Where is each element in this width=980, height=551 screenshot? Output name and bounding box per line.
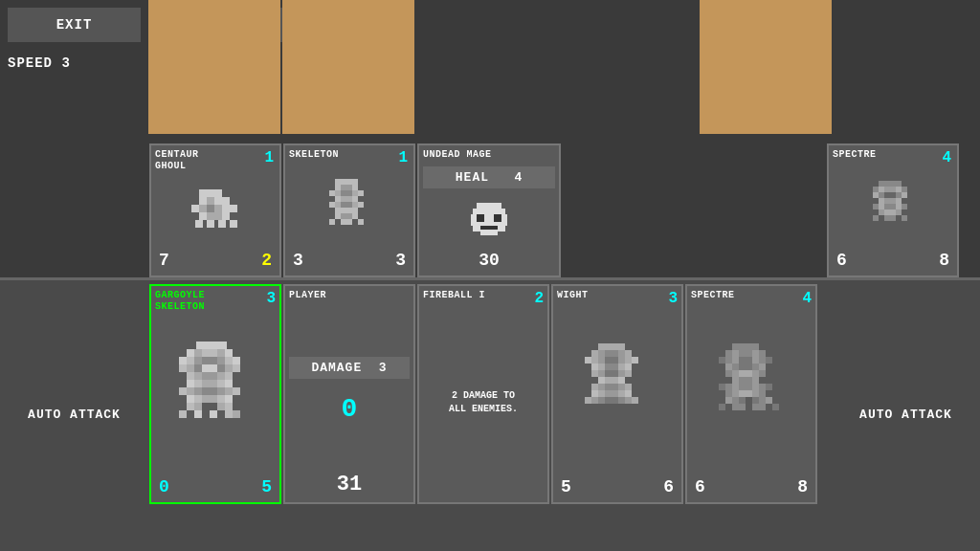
svg-rect-48	[346, 208, 352, 213]
svg-rect-118	[233, 357, 240, 364]
skeleton-stats: 3 3	[289, 249, 410, 272]
svg-rect-67	[879, 181, 884, 187]
player-name: PLAYER	[289, 290, 410, 301]
bottom-card-spectre[interactable]: SPECTRE 4	[685, 284, 817, 504]
svg-rect-112	[187, 357, 194, 364]
svg-rect-94	[884, 209, 890, 215]
top-card-undead-mage[interactable]: UNDEAD MAGE HEAL 4	[417, 143, 561, 277]
fireball-desc: 2 DAMAGE TOALL ENEMIES.	[449, 389, 518, 416]
svg-rect-221	[732, 350, 739, 357]
svg-rect-203	[598, 390, 605, 397]
svg-rect-68	[884, 181, 890, 187]
svg-rect-264	[725, 397, 732, 404]
centaur-ghoul-stat-left: 7	[159, 251, 169, 270]
svg-rect-225	[759, 350, 766, 357]
svg-rect-52	[346, 213, 352, 219]
svg-rect-76	[902, 187, 907, 192]
svg-rect-169	[612, 350, 618, 357]
player-stats: 31	[289, 471, 410, 498]
svg-rect-27	[341, 185, 346, 190]
svg-rect-77	[873, 192, 879, 198]
svg-rect-37	[341, 196, 346, 202]
svg-rect-98	[884, 215, 890, 221]
top-area: EXIT SPEED 3 CENTAURGHOUL 1	[0, 0, 980, 277]
svg-rect-150	[210, 395, 217, 403]
svg-rect-232	[759, 357, 766, 364]
svg-rect-5	[207, 197, 214, 205]
svg-rect-163	[605, 343, 612, 350]
centaur-ghoul-image	[155, 172, 276, 249]
svg-rect-142	[202, 387, 210, 395]
svg-rect-8	[191, 205, 199, 212]
svg-rect-171	[625, 350, 632, 357]
svg-rect-87	[873, 204, 879, 209]
bottom-card-player[interactable]: PLAYER DAMAGE 3 0 31	[283, 284, 415, 504]
svg-rect-168	[605, 350, 612, 357]
svg-rect-226	[719, 357, 725, 364]
svg-rect-90	[890, 204, 896, 209]
svg-rect-275	[772, 404, 779, 410]
top-spectre-stat-right: 8	[939, 251, 949, 270]
svg-rect-110	[225, 349, 233, 357]
svg-rect-190	[618, 370, 625, 377]
svg-rect-170	[618, 350, 625, 357]
svg-rect-258	[725, 390, 732, 397]
svg-rect-211	[605, 397, 612, 404]
svg-rect-152	[225, 395, 233, 403]
svg-rect-29	[352, 185, 358, 190]
top-card-centaur-ghoul[interactable]: CENTAURGHOUL 1	[149, 143, 281, 277]
svg-rect-222	[739, 350, 746, 357]
player-damage-value: 0	[342, 394, 358, 424]
skeleton-stat-left: 3	[293, 251, 303, 270]
svg-rect-220	[725, 350, 732, 357]
svg-rect-157	[179, 410, 187, 418]
svg-rect-30	[329, 190, 335, 196]
bottom-left-panel: AUTO ATTACK	[0, 280, 148, 551]
bottom-card-fireball[interactable]: FIREBALL I 2 2 DAMAGE TOALL ENEMIES.	[417, 284, 549, 504]
svg-rect-173	[591, 357, 598, 364]
bottom-card-wight[interactable]: WIGHT 3	[551, 284, 683, 504]
gargoyle-stats: 0 5	[155, 475, 276, 498]
svg-rect-224	[752, 350, 759, 357]
svg-rect-111	[179, 357, 187, 364]
svg-rect-70	[896, 181, 902, 187]
svg-rect-137	[217, 380, 225, 387]
svg-rect-158	[194, 410, 202, 418]
svg-rect-136	[210, 380, 217, 387]
svg-rect-34	[352, 190, 358, 196]
svg-rect-104	[219, 342, 227, 349]
bottom-card-gargoyle[interactable]: GARGOYLESKELETON 3	[149, 284, 281, 504]
svg-rect-238	[752, 364, 759, 370]
svg-rect-239	[759, 364, 766, 370]
svg-rect-223	[746, 350, 752, 357]
svg-rect-16	[214, 212, 222, 220]
auto-attack-left-label: AUTO ATTACK	[28, 407, 121, 424]
centaur-ghoul-name: CENTAURGHOUL	[155, 149, 276, 172]
exit-button[interactable]: EXIT	[8, 8, 141, 42]
svg-rect-198	[605, 384, 612, 390]
svg-rect-122	[202, 364, 210, 372]
svg-rect-109	[217, 349, 225, 357]
svg-rect-274	[759, 404, 766, 410]
svg-rect-202	[591, 390, 598, 397]
svg-rect-103	[212, 342, 219, 349]
empty-top-slot-2	[694, 143, 826, 277]
svg-rect-250	[719, 384, 725, 390]
svg-rect-188	[605, 370, 612, 377]
svg-rect-240	[725, 370, 732, 377]
svg-rect-12	[222, 205, 230, 212]
top-card-skeleton[interactable]: SKELETON 1	[283, 143, 415, 277]
top-card-spectre[interactable]: SPECTRE 4	[827, 143, 959, 277]
svg-rect-214	[625, 397, 632, 404]
svg-rect-204	[605, 390, 612, 397]
tan-square-3	[700, 0, 832, 134]
svg-rect-235	[732, 364, 739, 370]
svg-rect-43	[346, 202, 352, 208]
wight-stat-right: 6	[663, 477, 674, 496]
svg-rect-172	[585, 357, 591, 364]
svg-rect-35	[358, 190, 364, 196]
svg-rect-199	[612, 384, 618, 390]
svg-rect-79	[884, 192, 890, 198]
svg-rect-126	[233, 364, 240, 372]
skeleton-name: SKELETON	[289, 149, 410, 161]
